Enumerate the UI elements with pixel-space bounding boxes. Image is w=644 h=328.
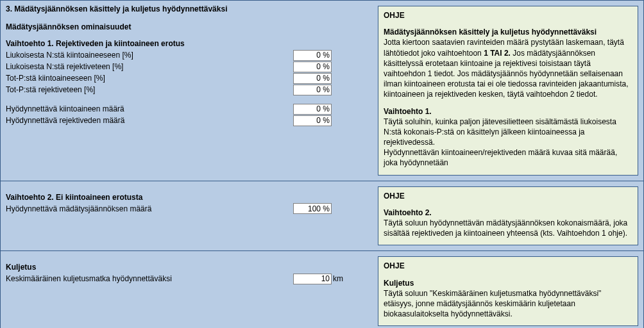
ohje-title: OHJE: [384, 10, 632, 20]
section-option2-right: OHJE Vaihtoehto 2. Täytä soluun hyödynne…: [378, 181, 643, 251]
field-label: Liukoisesta N:stä rejektiveteen [%]: [6, 62, 293, 71]
ohje-box-1: OHJE Mädätysjäännöksen käsittely ja kulj…: [378, 6, 638, 176]
section-option1: 3. Mädätysjäännöksen käsittely ja kuljet…: [1, 1, 643, 181]
ohje-box-3: OHJE Kuljetus Täytä soluun "Keskimääräin…: [378, 256, 638, 326]
option1-title: Vaihtoehto 1. Rejektiveden ja kiintoaine…: [6, 39, 373, 48]
field-label: Keskimääräinen kuljetusmatka hyödynnettä…: [6, 274, 293, 283]
ohje-bold: 1 TAI 2.: [484, 49, 511, 58]
section-option2: Vaihtoehto 2. Ei kiintoaineen erotusta H…: [1, 181, 643, 252]
option2-title: Vaihtoehto 2. Ei kiintoaineen erotusta: [6, 193, 373, 202]
field-label: Tot-P:stä kiintoaineeseen [%]: [6, 74, 293, 83]
unit-km: km: [332, 274, 343, 283]
form-wrapper: 3. Mädätysjäännöksen käsittely ja kuljet…: [0, 0, 644, 328]
field-label: Liukoisesta N:stä kiintoaineeseen [%]: [6, 51, 293, 60]
field-label: Hyödynnettävä mädätysjäännöksen määrä: [6, 204, 293, 213]
input-hyod-kiintoaine[interactable]: [293, 104, 332, 115]
row-tot-p-kiintoaine: Tot-P:stä kiintoaineeseen [%]: [6, 72, 373, 84]
ohje-v1-p1: Täytä soluihin, kuinka paljon jätevesili…: [384, 117, 632, 148]
input-liukoinen-n-kiintoaine[interactable]: [293, 50, 332, 61]
section-kuljetus-right: OHJE Kuljetus Täytä soluun "Keskimääräin…: [378, 251, 643, 328]
ohje-paragraph: Täytä soluun hyödynnettävän mädätysjäänn…: [384, 218, 632, 238]
ohje-paragraph: Jotta kiertoon saatavien ravinteiden mää…: [384, 37, 632, 99]
ohje-title: OHJE: [384, 191, 632, 201]
properties-title: Mädätysjäännöksen ominaisuudet: [6, 22, 373, 31]
field-label: Hyödynnettävä kiintoaineen määrä: [6, 104, 293, 113]
section-kuljetus-left: Kuljetus Keskimääräinen kuljetusmatka hy…: [1, 251, 378, 328]
kuljetus-title: Kuljetus: [6, 263, 373, 272]
ohje-subtitle: Vaihtoehto 2.: [384, 208, 632, 218]
field-label: Hyödynnettävä rejektiveden määrä: [6, 116, 293, 125]
row-hyod-rejekti: Hyödynnettävä rejektiveden määrä: [6, 115, 373, 126]
row-tot-p-rejekti: Tot-P:stä rejektiveteen [%]: [6, 84, 373, 95]
section-option1-right: OHJE Mädätysjäännöksen käsittely ja kulj…: [378, 1, 643, 181]
ohje-v1-p2: Hyödynnettävän kiintoaineen/rejektiveden…: [384, 147, 632, 168]
field-label: Tot-P:stä rejektiveteen [%]: [6, 85, 293, 94]
ohje-title: OHJE: [384, 261, 632, 271]
row-hyod-madatys: Hyödynnettävä mädätysjäännöksen määrä: [6, 203, 373, 215]
input-tot-p-kiintoaine[interactable]: [293, 73, 332, 84]
section-option2-left: Vaihtoehto 2. Ei kiintoaineen erotusta H…: [1, 181, 378, 251]
section3-title: 3. Mädätysjäännöksen käsittely ja kuljet…: [6, 4, 373, 13]
section-option1-left: 3. Mädätysjäännöksen käsittely ja kuljet…: [1, 1, 378, 181]
ohje-paragraph: Täytä soluun "Keskimääräinen kuljetusmat…: [384, 288, 632, 320]
input-liukoinen-n-rejekti[interactable]: [293, 62, 332, 72]
ohje-subtitle: Mädätysjäännöksen käsittely ja kuljetus …: [384, 27, 632, 37]
ohje-v1-title: Vaihtoehto 1.: [384, 106, 632, 117]
row-hyod-kiintoaine: Hyödynnettävä kiintoaineen määrä: [6, 103, 373, 115]
ohje-box-2: OHJE Vaihtoehto 2. Täytä soluun hyödynne…: [378, 186, 638, 246]
input-tot-p-rejekti[interactable]: [293, 85, 332, 95]
row-liukoinen-n-rejekti: Liukoisesta N:stä rejektiveteen [%]: [6, 61, 373, 72]
input-hyod-madatys[interactable]: [293, 203, 332, 214]
ohje-subtitle: Kuljetus: [384, 278, 632, 288]
row-liukoinen-n-kiintoaine: Liukoisesta N:stä kiintoaineeseen [%]: [6, 49, 373, 61]
row-kuljetusmatka: Keskimääräinen kuljetusmatka hyödynnettä…: [6, 273, 373, 284]
section-kuljetus: Kuljetus Keskimääräinen kuljetusmatka hy…: [1, 251, 643, 328]
input-kuljetusmatka[interactable]: [293, 274, 332, 284]
input-hyod-rejekti[interactable]: [293, 115, 332, 126]
